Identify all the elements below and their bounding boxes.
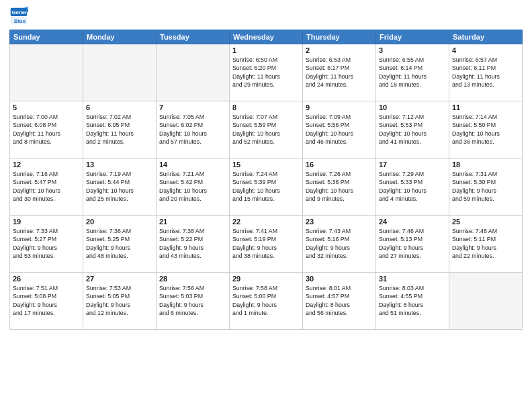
day-number: 10 (379, 103, 446, 111)
calendar-cell: 10Sunrise: 7:12 AMSunset: 5:53 PMDayligh… (376, 101, 449, 158)
day-number: 14 (159, 161, 226, 169)
svg-text:Blue: Blue (14, 18, 26, 24)
calendar-cell: 9Sunrise: 7:09 AMSunset: 5:56 PMDaylight… (303, 101, 376, 158)
day-info: Sunrise: 6:50 AMSunset: 6:20 PMDaylight:… (232, 56, 300, 89)
calendar-cell: 23Sunrise: 7:43 AMSunset: 5:16 PMDayligh… (303, 216, 376, 273)
day-number: 20 (86, 218, 153, 226)
calendar-cell: 29Sunrise: 7:58 AMSunset: 5:00 PMDayligh… (230, 273, 303, 330)
day-number: 21 (159, 218, 226, 226)
page: General Blue SundayMondayTuesdayWednesda… (0, 0, 532, 411)
day-number: 27 (86, 275, 153, 283)
day-info: Sunrise: 7:51 AMSunset: 5:08 PMDaylight:… (13, 284, 80, 317)
day-number: 22 (232, 218, 300, 226)
day-number: 15 (232, 161, 300, 169)
day-number: 17 (379, 161, 446, 169)
day-info: Sunrise: 8:01 AMSunset: 4:57 PMDaylight:… (306, 284, 373, 317)
day-number: 4 (452, 46, 519, 54)
calendar-cell: 24Sunrise: 7:46 AMSunset: 5:13 PMDayligh… (376, 216, 449, 273)
day-number: 30 (306, 275, 373, 283)
calendar-cell: 4Sunrise: 6:57 AMSunset: 6:11 PMDaylight… (449, 44, 523, 101)
calendar-cell: 14Sunrise: 7:21 AMSunset: 5:42 PMDayligh… (157, 158, 230, 216)
calendar-cell: 19Sunrise: 7:33 AMSunset: 5:27 PMDayligh… (10, 216, 83, 273)
week-row-1: 1Sunrise: 6:50 AMSunset: 6:20 PMDaylight… (10, 44, 523, 101)
day-info: Sunrise: 7:07 AMSunset: 5:59 PMDaylight:… (232, 113, 300, 146)
calendar-cell (157, 44, 230, 101)
day-number: 12 (13, 161, 80, 169)
calendar-cell: 20Sunrise: 7:36 AMSunset: 5:25 PMDayligh… (83, 216, 157, 273)
day-info: Sunrise: 7:36 AMSunset: 5:25 PMDaylight:… (86, 227, 153, 260)
day-header-sunday: Sunday (10, 30, 83, 44)
calendar-header-row: SundayMondayTuesdayWednesdayThursdayFrid… (10, 30, 523, 44)
day-number: 1 (232, 46, 300, 54)
day-info: Sunrise: 7:00 AMSunset: 6:08 PMDaylight:… (13, 113, 80, 146)
day-info: Sunrise: 7:05 AMSunset: 6:02 PMDaylight:… (159, 113, 226, 146)
day-info: Sunrise: 7:41 AMSunset: 5:19 PMDaylight:… (232, 227, 300, 260)
calendar-cell: 17Sunrise: 7:29 AMSunset: 5:33 PMDayligh… (376, 158, 449, 216)
calendar-cell: 8Sunrise: 7:07 AMSunset: 5:59 PMDaylight… (230, 101, 303, 158)
calendar-cell: 31Sunrise: 8:03 AMSunset: 4:55 PMDayligh… (376, 273, 449, 330)
day-info: Sunrise: 7:43 AMSunset: 5:16 PMDaylight:… (306, 227, 373, 260)
calendar-cell: 6Sunrise: 7:02 AMSunset: 6:05 PMDaylight… (83, 101, 157, 158)
calendar-cell: 12Sunrise: 7:16 AMSunset: 5:47 PMDayligh… (10, 158, 83, 216)
day-number: 5 (13, 103, 80, 111)
day-number: 24 (379, 218, 446, 226)
day-info: Sunrise: 7:38 AMSunset: 5:22 PMDaylight:… (159, 227, 226, 260)
calendar-cell: 18Sunrise: 7:31 AMSunset: 5:30 PMDayligh… (449, 158, 523, 216)
week-row-2: 5Sunrise: 7:00 AMSunset: 6:08 PMDaylight… (10, 101, 523, 158)
calendar-cell: 2Sunrise: 6:53 AMSunset: 6:17 PMDaylight… (303, 44, 376, 101)
day-number: 19 (13, 218, 80, 226)
day-number: 9 (306, 103, 373, 111)
day-info: Sunrise: 7:24 AMSunset: 5:39 PMDaylight:… (232, 170, 300, 203)
day-number: 3 (379, 46, 446, 54)
day-info: Sunrise: 7:33 AMSunset: 5:27 PMDaylight:… (13, 227, 80, 260)
day-number: 8 (232, 103, 300, 111)
week-row-3: 12Sunrise: 7:16 AMSunset: 5:47 PMDayligh… (10, 158, 523, 216)
day-info: Sunrise: 7:09 AMSunset: 5:56 PMDaylight:… (306, 113, 373, 146)
calendar-cell: 13Sunrise: 7:19 AMSunset: 5:44 PMDayligh… (83, 158, 157, 216)
calendar-cell: 7Sunrise: 7:05 AMSunset: 6:02 PMDaylight… (157, 101, 230, 158)
day-number: 23 (306, 218, 373, 226)
calendar-cell: 16Sunrise: 7:26 AMSunset: 5:36 PMDayligh… (303, 158, 376, 216)
day-number: 31 (379, 275, 446, 283)
week-row-5: 26Sunrise: 7:51 AMSunset: 5:08 PMDayligh… (10, 273, 523, 330)
day-info: Sunrise: 7:29 AMSunset: 5:33 PMDaylight:… (379, 170, 446, 203)
calendar-cell: 26Sunrise: 7:51 AMSunset: 5:08 PMDayligh… (10, 273, 83, 330)
day-number: 18 (452, 161, 519, 169)
day-info: Sunrise: 7:31 AMSunset: 5:30 PMDaylight:… (452, 170, 519, 203)
calendar-cell (10, 44, 83, 101)
svg-text:General: General (12, 9, 29, 15)
calendar-cell: 11Sunrise: 7:14 AMSunset: 5:50 PMDayligh… (449, 101, 523, 158)
day-info: Sunrise: 8:03 AMSunset: 4:55 PMDaylight:… (379, 284, 446, 317)
logo: General Blue (9, 7, 30, 26)
calendar-cell (83, 44, 157, 101)
day-header-monday: Monday (83, 30, 157, 44)
day-info: Sunrise: 7:46 AMSunset: 5:13 PMDaylight:… (379, 227, 446, 260)
calendar-cell: 15Sunrise: 7:24 AMSunset: 5:39 PMDayligh… (230, 158, 303, 216)
day-header-friday: Friday (376, 30, 449, 44)
day-info: Sunrise: 7:12 AMSunset: 5:53 PMDaylight:… (379, 113, 446, 146)
day-number: 28 (159, 275, 226, 283)
day-number: 26 (13, 275, 80, 283)
day-number: 11 (452, 103, 519, 111)
calendar-cell: 30Sunrise: 8:01 AMSunset: 4:57 PMDayligh… (303, 273, 376, 330)
calendar-cell: 25Sunrise: 7:48 AMSunset: 5:11 PMDayligh… (449, 216, 523, 273)
calendar-cell: 22Sunrise: 7:41 AMSunset: 5:19 PMDayligh… (230, 216, 303, 273)
day-info: Sunrise: 7:48 AMSunset: 5:11 PMDaylight:… (452, 227, 519, 260)
day-info: Sunrise: 6:53 AMSunset: 6:17 PMDaylight:… (306, 56, 373, 89)
week-row-4: 19Sunrise: 7:33 AMSunset: 5:27 PMDayligh… (10, 216, 523, 273)
calendar-cell: 21Sunrise: 7:38 AMSunset: 5:22 PMDayligh… (157, 216, 230, 273)
day-header-tuesday: Tuesday (157, 30, 230, 44)
logo-icon: General Blue (9, 7, 28, 26)
calendar: SundayMondayTuesdayWednesdayThursdayFrid… (9, 30, 523, 330)
day-info: Sunrise: 7:58 AMSunset: 5:00 PMDaylight:… (232, 284, 300, 317)
day-info: Sunrise: 7:14 AMSunset: 5:50 PMDaylight:… (452, 113, 519, 146)
calendar-cell: 5Sunrise: 7:00 AMSunset: 6:08 PMDaylight… (10, 101, 83, 158)
calendar-cell: 3Sunrise: 6:55 AMSunset: 6:14 PMDaylight… (376, 44, 449, 101)
day-info: Sunrise: 7:19 AMSunset: 5:44 PMDaylight:… (86, 170, 153, 203)
day-number: 7 (159, 103, 226, 111)
day-header-saturday: Saturday (449, 30, 523, 44)
day-info: Sunrise: 6:55 AMSunset: 6:14 PMDaylight:… (379, 56, 446, 89)
calendar-cell: 27Sunrise: 7:53 AMSunset: 5:05 PMDayligh… (83, 273, 157, 330)
calendar-cell (449, 273, 523, 330)
day-info: Sunrise: 7:02 AMSunset: 6:05 PMDaylight:… (86, 113, 153, 146)
